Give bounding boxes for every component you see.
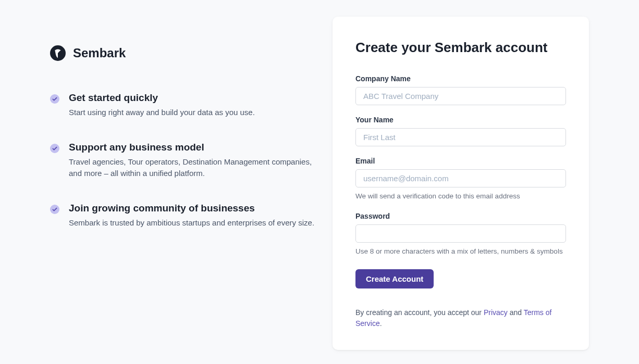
check-circle-icon	[50, 205, 59, 214]
feature-item: Get started quickly Start using right aw…	[50, 92, 316, 119]
name-input[interactable]	[355, 128, 566, 146]
password-label: Password	[355, 212, 566, 220]
terms-suffix: .	[380, 319, 382, 328]
form-title: Create your Sembark account	[355, 40, 566, 56]
email-label: Email	[355, 157, 566, 165]
svg-point-1	[50, 94, 59, 104]
feature-item: Join growing community of businesses Sem…	[50, 203, 316, 229]
brand-name: Sembark	[73, 46, 126, 60]
company-input[interactable]	[355, 87, 566, 105]
email-input[interactable]	[355, 169, 566, 187]
brand: Sembark	[50, 45, 316, 61]
brand-logo-icon	[50, 45, 66, 61]
email-help: We will send a verification code to this…	[355, 192, 566, 202]
password-help: Use 8 or more characters with a mix of l…	[355, 247, 566, 257]
feature-title: Get started quickly	[69, 92, 316, 104]
company-label: Company Name	[355, 74, 566, 83]
create-account-button[interactable]: Create Account	[355, 269, 434, 288]
feature-title: Join growing community of businesses	[69, 203, 316, 214]
marketing-panel: Sembark Get started quickly Start using …	[50, 17, 316, 350]
signup-card: Create your Sembark account Company Name…	[333, 17, 589, 350]
feature-desc: Sembark is trusted by ambitious startups…	[69, 217, 316, 229]
check-circle-icon	[50, 94, 59, 104]
terms-prefix: By creating an account, you accept our	[355, 308, 484, 317]
name-label: Your Name	[355, 116, 566, 124]
svg-point-3	[50, 205, 59, 214]
feature-desc: Start using right away and build your da…	[69, 107, 316, 119]
privacy-link[interactable]: Privacy	[484, 308, 508, 317]
password-input[interactable]	[355, 224, 566, 243]
feature-title: Support any business model	[69, 142, 316, 153]
svg-point-2	[50, 144, 59, 153]
terms-and: and	[508, 308, 524, 317]
feature-item: Support any business model Travel agenci…	[50, 142, 316, 180]
feature-desc: Travel agencies, Tour operators, Destina…	[69, 156, 316, 180]
check-circle-icon	[50, 144, 59, 153]
terms-text: By creating an account, you accept our P…	[355, 307, 566, 329]
